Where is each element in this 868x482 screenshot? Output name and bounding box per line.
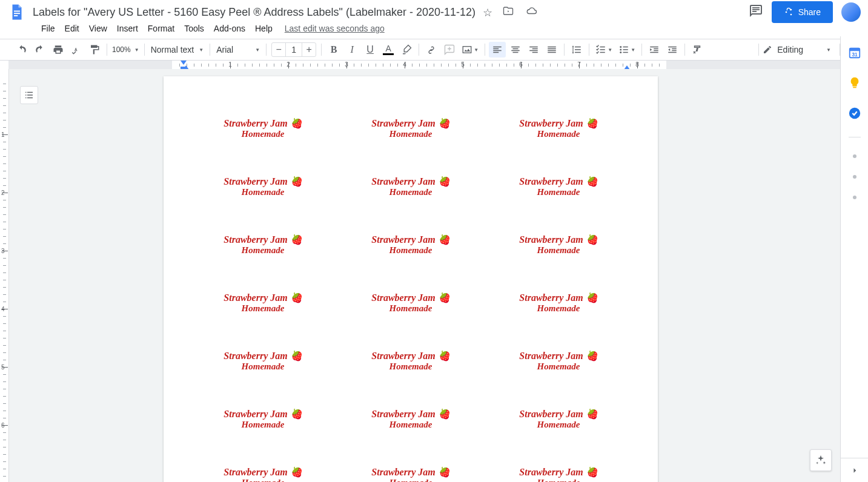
side-panel-dot[interactable] xyxy=(853,154,856,158)
label-cell[interactable]: Strawberry Jam 🍓Homemade xyxy=(340,396,481,454)
vruler-tick-label: 3 xyxy=(1,248,5,254)
first-line-indent-marker[interactable] xyxy=(181,61,187,65)
label-cell[interactable]: Strawberry Jam 🍓Homemade xyxy=(340,105,481,163)
text-color-button[interactable]: A xyxy=(380,42,397,58)
label-cell[interactable]: Strawberry Jam 🍓Homemade xyxy=(488,280,629,338)
font-size-value[interactable]: 1 xyxy=(285,43,302,56)
underline-button[interactable]: U xyxy=(362,42,379,58)
menu-format[interactable]: Format xyxy=(143,22,179,35)
menu-add-ons[interactable]: Add-ons xyxy=(209,22,250,35)
spellcheck-button[interactable] xyxy=(68,42,85,58)
bold-button[interactable]: B xyxy=(325,42,342,58)
label-title: Strawberry Jam 🍓 xyxy=(224,292,302,303)
label-cell[interactable]: Strawberry Jam 🍓Homemade xyxy=(488,163,629,222)
star-icon[interactable]: ☆ xyxy=(483,7,492,18)
font-family-select[interactable]: Arial ▼ xyxy=(214,45,262,54)
clear-formatting-button[interactable] xyxy=(689,42,706,58)
cloud-status-icon[interactable] xyxy=(523,5,540,19)
vruler-tick-label: 5 xyxy=(1,364,5,371)
editing-mode-select[interactable]: Editing ▼ xyxy=(763,45,831,54)
decrease-indent-button[interactable] xyxy=(646,42,663,58)
label-cell[interactable]: Strawberry Jam 🍓Homemade xyxy=(193,222,333,280)
side-panel-dot[interactable] xyxy=(853,175,856,179)
docs-logo[interactable] xyxy=(6,1,28,23)
calendar-addon-icon[interactable]: 31 xyxy=(848,46,861,59)
label-title: Strawberry Jam 🍓 xyxy=(519,292,597,303)
menu-edit[interactable]: Edit xyxy=(60,22,84,35)
open-comments-button[interactable] xyxy=(749,4,763,21)
page[interactable]: Strawberry Jam 🍓HomemadeStrawberry Jam 🍓… xyxy=(164,76,658,482)
share-label: Share xyxy=(798,7,821,17)
font-size-increase[interactable]: + xyxy=(302,43,316,56)
label-cell[interactable]: Strawberry Jam 🍓Homemade xyxy=(340,222,481,280)
zoom-select[interactable]: 100% ▼ xyxy=(112,45,139,54)
side-panel-dot[interactable] xyxy=(853,196,856,199)
highlight-color-button[interactable] xyxy=(398,42,415,58)
label-subtitle: Homemade xyxy=(537,420,580,430)
align-center-button[interactable] xyxy=(507,42,524,58)
align-left-button[interactable] xyxy=(489,42,506,58)
last-edit-link[interactable]: Last edit was seconds ago xyxy=(285,24,385,33)
menu-file[interactable]: File xyxy=(36,22,60,35)
ruler-tick-label: 2 xyxy=(287,61,290,68)
label-title: Strawberry Jam 🍓 xyxy=(371,292,449,303)
align-right-button[interactable] xyxy=(525,42,542,58)
label-subtitle: Homemade xyxy=(389,129,432,139)
vertical-ruler[interactable]: 123456 xyxy=(0,69,9,482)
keep-addon-icon[interactable] xyxy=(848,76,861,90)
side-panel-collapse-button[interactable] xyxy=(841,458,868,482)
account-avatar[interactable] xyxy=(841,2,861,22)
label-cell[interactable]: Strawberry Jam 🍓Homemade xyxy=(488,396,629,454)
vruler-tick-label: 2 xyxy=(1,190,5,196)
label-cell[interactable]: Strawberry Jam 🍓Homemade xyxy=(488,454,629,482)
increase-indent-button[interactable] xyxy=(664,42,681,58)
checklist-button[interactable]: ▼ xyxy=(593,42,615,58)
tasks-addon-icon[interactable] xyxy=(848,107,861,120)
label-cell[interactable]: Strawberry Jam 🍓Homemade xyxy=(193,163,333,222)
document-canvas[interactable]: Strawberry Jam 🍓HomemadeStrawberry Jam 🍓… xyxy=(9,69,840,482)
label-subtitle: Homemade xyxy=(242,420,285,430)
svg-point-10 xyxy=(620,51,621,53)
menu-tools[interactable]: Tools xyxy=(179,22,209,35)
label-subtitle: Homemade xyxy=(537,303,580,314)
paint-format-button[interactable] xyxy=(86,42,103,58)
label-cell[interactable]: Strawberry Jam 🍓Homemade xyxy=(193,454,333,482)
move-icon[interactable] xyxy=(500,5,516,19)
italic-button[interactable]: I xyxy=(343,42,360,58)
menu-help[interactable]: Help xyxy=(250,22,277,35)
explore-button[interactable] xyxy=(810,449,832,471)
menu-view[interactable]: View xyxy=(84,22,112,35)
label-cell[interactable]: Strawberry Jam 🍓Homemade xyxy=(488,105,629,163)
svg-rect-2 xyxy=(14,15,18,16)
label-cell[interactable]: Strawberry Jam 🍓Homemade xyxy=(340,338,481,396)
document-title[interactable]: Labels for "Avery US Letter - 5160 Easy … xyxy=(33,6,475,19)
line-spacing-button[interactable] xyxy=(568,42,585,58)
label-cell[interactable]: Strawberry Jam 🍓Homemade xyxy=(193,280,333,338)
label-cell[interactable]: Strawberry Jam 🍓Homemade xyxy=(340,454,481,482)
label-cell[interactable]: Strawberry Jam 🍓Homemade xyxy=(193,396,333,454)
label-subtitle: Homemade xyxy=(389,478,432,482)
label-title: Strawberry Jam 🍓 xyxy=(371,117,449,129)
bulleted-list-button[interactable]: ▼ xyxy=(616,42,638,58)
share-button[interactable]: Share xyxy=(772,1,833,23)
print-button[interactable] xyxy=(50,42,67,58)
label-subtitle: Homemade xyxy=(389,420,432,430)
redo-button[interactable] xyxy=(31,42,48,58)
label-cell[interactable]: Strawberry Jam 🍓Homemade xyxy=(340,163,481,222)
undo-button[interactable] xyxy=(13,42,30,58)
document-outline-button[interactable] xyxy=(20,86,38,104)
align-justify-button[interactable] xyxy=(543,42,560,58)
label-subtitle: Homemade xyxy=(389,303,432,314)
insert-image-button[interactable]: ▼ xyxy=(459,42,481,58)
insert-link-button[interactable] xyxy=(423,42,440,58)
label-cell[interactable]: Strawberry Jam 🍓Homemade xyxy=(488,338,629,396)
label-cell[interactable]: Strawberry Jam 🍓Homemade xyxy=(193,338,333,396)
label-cell[interactable]: Strawberry Jam 🍓Homemade xyxy=(340,280,481,338)
font-size-decrease[interactable]: − xyxy=(272,43,285,56)
label-cell[interactable]: Strawberry Jam 🍓Homemade xyxy=(488,222,629,280)
add-comment-button[interactable] xyxy=(441,42,458,58)
label-cell[interactable]: Strawberry Jam 🍓Homemade xyxy=(193,105,333,163)
menu-insert[interactable]: Insert xyxy=(112,22,143,35)
vruler-tick-label: 1 xyxy=(1,131,5,138)
paragraph-style-select[interactable]: Normal text ▼ xyxy=(148,45,207,54)
